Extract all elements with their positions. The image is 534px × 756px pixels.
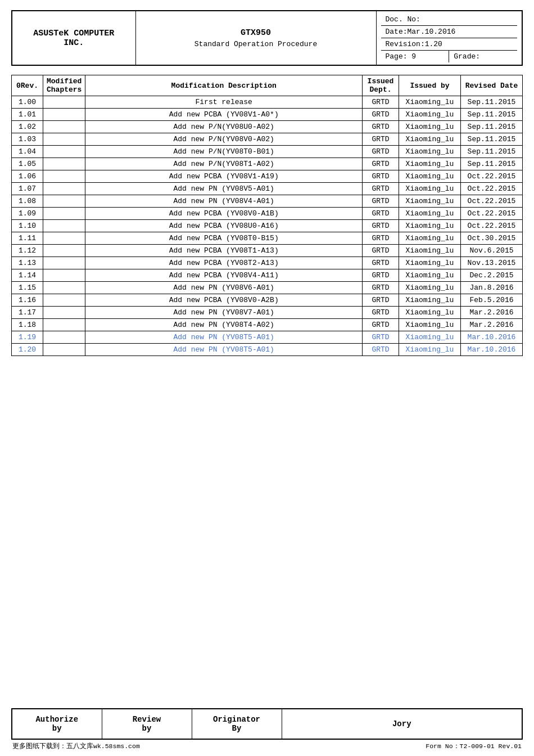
table-row: 1.10Add new PCBA (YV08U0-A16)GRTDXiaomin… — [12, 220, 523, 232]
cell-rev: 1.20 — [12, 344, 43, 356]
page-number: Page: 9 — [381, 51, 450, 62]
cell-rev: 1.03 — [12, 133, 43, 146]
cell-dept: GRTD — [363, 282, 399, 294]
page-grade-row: Page: 9 Grade: — [381, 51, 518, 62]
cell-date: Nov.6.2015 — [461, 245, 523, 257]
cell-dept: GRTD — [363, 331, 399, 344]
cell-desc: Add new PCBA (YV08V4-A11) — [85, 269, 363, 282]
cell-date: Oct.30.2015 — [461, 232, 523, 245]
table-row: 1.11Add new PCBA (YV08T0-B15)GRTDXiaomin… — [12, 232, 523, 245]
cell-dept: GRTD — [363, 319, 399, 331]
cell-dept: GRTD — [363, 257, 399, 269]
cell-chapters — [43, 121, 85, 133]
cell-issuedby: Xiaoming_lu — [399, 121, 461, 133]
cell-desc: Add new PCBA (YV08V0-A1B) — [85, 208, 363, 220]
cell-rev: 1.11 — [12, 232, 43, 245]
doc-revision: Revision:1.20 — [381, 38, 518, 51]
cell-date: Oct.22.2015 — [461, 170, 523, 183]
col-header-issuedby: Issued by — [399, 75, 461, 96]
cell-chapters — [43, 220, 85, 232]
jory-cell: Jory — [282, 709, 522, 739]
cell-desc: Add new PN (YV08V5-A01) — [85, 183, 363, 195]
cell-date: Mar.10.2016 — [461, 344, 523, 356]
cell-chapters — [43, 319, 85, 331]
cell-dept: GRTD — [363, 307, 399, 319]
table-row: 1.12Add new PCBA (YV08T1-A13)GRTDXiaomin… — [12, 245, 523, 257]
col-header-desc: Modification Description — [85, 75, 363, 96]
header-right-info: Doc. No: Date:Mar.10.2016 Revision:1.20 … — [376, 11, 522, 65]
revision-table: 0Rev. ModifiedChapters Modification Desc… — [11, 75, 523, 356]
col-header-rev: 0Rev. — [12, 75, 43, 96]
cell-desc: Add new PCBA (YV08U0-A16) — [85, 220, 363, 232]
review-by-cell: Review by — [102, 709, 192, 739]
cell-issuedby: Xiaoming_lu — [399, 220, 461, 232]
cell-dept: GRTD — [363, 133, 399, 146]
cell-chapters — [43, 344, 85, 356]
table-row: 1.08Add new PN (YV08V4-A01)GRTDXiaoming_… — [12, 195, 523, 208]
cell-chapters — [43, 282, 85, 294]
cell-chapters — [43, 269, 85, 282]
document-title: GTX950 Standard Operation Procedure — [135, 11, 376, 65]
table-row: 1.18Add new PN (YV08T4-A02)GRTDXiaoming_… — [12, 319, 523, 331]
cell-desc: Add new PCBA (YV08T2-A13) — [85, 257, 363, 269]
col-header-chapters: ModifiedChapters — [43, 75, 85, 96]
cell-date: Jan.8.2016 — [461, 282, 523, 294]
cell-issuedby: Xiaoming_lu — [399, 269, 461, 282]
table-row: 1.14Add new PCBA (YV08V4-A11)GRTDXiaomin… — [12, 269, 523, 282]
col-header-date: Revised Date — [461, 75, 523, 96]
cell-chapters — [43, 307, 85, 319]
cell-issuedby: Xiaoming_lu — [399, 257, 461, 269]
table-row: 1.09Add new PCBA (YV08V0-A1B)GRTDXiaomin… — [12, 208, 523, 220]
cell-date: Oct.22.2015 — [461, 195, 523, 208]
cell-desc: Add new P/N(YV08U0-A02) — [85, 121, 363, 133]
cell-desc: Add new PN (YV08T4-A02) — [85, 319, 363, 331]
doc-no: Doc. No: — [381, 14, 518, 26]
cell-date: Sep.11.2015 — [461, 96, 523, 109]
cell-desc: Add new P/N(YV08T0-B01) — [85, 146, 363, 158]
cell-date: Nov.13.2015 — [461, 257, 523, 269]
originator-by-cell: Originator By — [192, 709, 282, 739]
cell-issuedby: Xiaoming_lu — [399, 133, 461, 146]
table-row: 1.17Add new PN (YV08V7-A01)GRTDXiaoming_… — [12, 307, 523, 319]
cell-dept: GRTD — [363, 146, 399, 158]
cell-date: Sep.11.2015 — [461, 109, 523, 121]
table-row: 1.19Add new PN (YV08T5-A01)GRTDXiaoming_… — [12, 331, 523, 344]
bottom-note: 更多图纸下载到：五八文库wk.58sms.com Form No：T2-009-… — [11, 742, 523, 750]
cell-issuedby: Xiaoming_lu — [399, 96, 461, 109]
footer-table: Authorize by Review by Originator By Jor… — [11, 708, 523, 740]
cell-date: Dec.2.2015 — [461, 269, 523, 282]
doc-date: Date:Mar.10.2016 — [381, 26, 518, 38]
cell-dept: GRTD — [363, 344, 399, 356]
cell-rev: 1.08 — [12, 195, 43, 208]
cell-desc: Add new PN (YV08T5-A01) — [85, 331, 363, 344]
cell-chapters — [43, 183, 85, 195]
col-header-dept: IssuedDept. — [363, 75, 399, 96]
cell-dept: GRTD — [363, 183, 399, 195]
cell-chapters — [43, 232, 85, 245]
cell-issuedby: Xiaoming_lu — [399, 146, 461, 158]
cell-date: Mar.2.2016 — [461, 307, 523, 319]
cell-rev: 1.05 — [12, 158, 43, 170]
cell-issuedby: Xiaoming_lu — [399, 294, 461, 307]
cell-dept: GRTD — [363, 96, 399, 109]
cell-rev: 1.15 — [12, 282, 43, 294]
cell-issuedby: Xiaoming_lu — [399, 195, 461, 208]
cell-chapters — [43, 195, 85, 208]
table-row: 1.16Add new PCBA (YV08V0-A2B)GRTDXiaomin… — [12, 294, 523, 307]
cell-rev: 1.13 — [12, 257, 43, 269]
cell-dept: GRTD — [363, 269, 399, 282]
cell-issuedby: Xiaoming_lu — [399, 183, 461, 195]
cell-dept: GRTD — [363, 158, 399, 170]
cell-rev: 1.06 — [12, 170, 43, 183]
cell-rev: 1.17 — [12, 307, 43, 319]
cell-issuedby: Xiaoming_lu — [399, 307, 461, 319]
cell-date: Oct.22.2015 — [461, 220, 523, 232]
table-row: 1.06Add new PCBA (YV08V1-A19)GRTDXiaomin… — [12, 170, 523, 183]
cell-date: Feb.5.2016 — [461, 294, 523, 307]
cell-rev: 1.09 — [12, 208, 43, 220]
authorize-by-cell: Authorize by — [12, 709, 102, 739]
cell-chapters — [43, 146, 85, 158]
cell-rev: 1.19 — [12, 331, 43, 344]
cell-dept: GRTD — [363, 232, 399, 245]
cell-chapters — [43, 245, 85, 257]
